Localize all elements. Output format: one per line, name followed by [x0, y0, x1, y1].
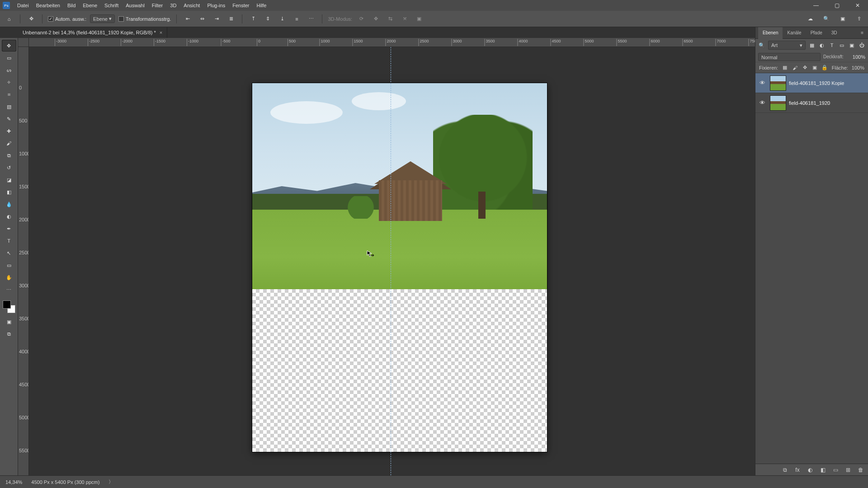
eyedropper-tool[interactable]: ✎: [2, 113, 16, 125]
home-button[interactable]: ⌂: [4, 14, 14, 24]
type-tool[interactable]: T: [2, 235, 16, 247]
panel-menu-button[interactable]: ≡: [856, 27, 868, 39]
clone-stamp-tool[interactable]: ⧉: [2, 150, 16, 161]
filter-smart-icon[interactable]: ▣: [848, 42, 855, 49]
layer-visibility-toggle[interactable]: 👁: [757, 99, 767, 106]
window-close-button[interactable]: ✕: [847, 0, 868, 11]
adjustment-layer-button[interactable]: ◧: [819, 466, 826, 474]
align-hcenter-button[interactable]: ⇔: [197, 14, 208, 24]
panel-tab-kanaele[interactable]: Kanäle: [783, 27, 806, 39]
filter-type-icon[interactable]: T: [828, 42, 835, 49]
menu-bearbeiten[interactable]: Bearbeiten: [33, 0, 64, 11]
delete-layer-button[interactable]: 🗑: [857, 466, 864, 474]
blend-mode-dropdown[interactable]: Normal: [758, 53, 821, 61]
blur-tool[interactable]: 💧: [2, 198, 16, 210]
lock-all-button[interactable]: 🔒: [821, 65, 828, 71]
path-select-tool[interactable]: ↖: [2, 247, 16, 259]
close-tab-icon[interactable]: ×: [160, 30, 162, 35]
lock-pixels-button[interactable]: 🖌: [792, 65, 798, 71]
menu-filter[interactable]: Filter: [148, 0, 166, 11]
panel-tab-ebenen[interactable]: Ebenen: [758, 27, 783, 39]
filter-toggle-icon[interactable]: ⏻: [858, 42, 865, 49]
new-layer-button[interactable]: ⊞: [844, 466, 852, 474]
history-brush-tool[interactable]: ↺: [2, 162, 16, 174]
crop-tool[interactable]: ⌗: [2, 89, 16, 100]
panel-tab-pfade[interactable]: Pfade: [806, 27, 827, 39]
hand-tool[interactable]: ✋: [2, 272, 16, 283]
canvas-viewport[interactable]: [29, 47, 755, 475]
align-left-button[interactable]: ⇤: [182, 14, 193, 24]
frame-tool[interactable]: ▧: [2, 101, 16, 113]
status-more-icon[interactable]: 〉: [108, 479, 113, 485]
auto-select-target-dropdown[interactable]: Ebene ▾: [90, 14, 115, 23]
move-tool[interactable]: ✥: [2, 40, 16, 52]
layer-thumbnail[interactable]: [770, 75, 786, 91]
filter-adjust-icon[interactable]: ◐: [818, 42, 826, 49]
search-button[interactable]: 🔍: [821, 14, 832, 24]
layer-visibility-toggle[interactable]: 👁: [757, 80, 767, 86]
transform-controls-checkbox[interactable]: Transformationsstrg.: [118, 16, 171, 22]
brush-tool[interactable]: 🖌: [2, 137, 16, 149]
color-swatches[interactable]: [3, 300, 15, 313]
shape-tool[interactable]: ▭: [2, 259, 16, 271]
menu-3d[interactable]: 3D: [166, 0, 180, 11]
menu-hilfe[interactable]: Hilfe: [253, 0, 270, 11]
menu-fenster[interactable]: Fenster: [229, 0, 253, 11]
cloud-docs-button[interactable]: ☁: [805, 14, 816, 24]
status-zoom[interactable]: 14,34%: [5, 479, 22, 485]
quickmask-button[interactable]: ▣: [2, 316, 16, 328]
layer-mask-button[interactable]: ◐: [807, 466, 814, 474]
layer-name[interactable]: field-406181_1920: [789, 100, 830, 106]
foreground-color-swatch[interactable]: [3, 300, 11, 309]
menu-datei[interactable]: Datei: [14, 0, 33, 11]
lock-transparency-button[interactable]: ▦: [782, 65, 788, 71]
workspace-button[interactable]: ▣: [837, 14, 848, 24]
layer-fx-button[interactable]: fx: [794, 466, 801, 474]
menu-bild[interactable]: Bild: [64, 0, 79, 11]
align-top-button[interactable]: ⤒: [248, 14, 259, 24]
marquee-tool[interactable]: ▭: [2, 52, 16, 64]
layer-thumbnail[interactable]: [770, 95, 786, 111]
filter-shape-icon[interactable]: ▭: [838, 42, 845, 49]
vertical-ruler[interactable]: 0 500 1000 1500 2000 2500 3000 3500 4000…: [18, 47, 29, 475]
document-canvas[interactable]: [252, 83, 547, 452]
link-layers-button[interactable]: ⧉: [781, 466, 788, 474]
pen-tool[interactable]: ✒: [2, 223, 16, 235]
lock-artboard-button[interactable]: ▣: [811, 65, 818, 71]
filter-pixel-icon[interactable]: ▦: [808, 42, 816, 49]
auto-select-checkbox[interactable]: Autom. ausw.:: [48, 16, 86, 22]
status-docinfo[interactable]: 4500 Px x 5400 Px (300 ppcm): [31, 479, 99, 485]
horizontal-ruler[interactable]: -3000 -2500 -2000 -1500 -1000 -500 0 500…: [29, 38, 755, 47]
layer-row[interactable]: 👁 field-406181_1920 Kopie: [755, 73, 868, 93]
lasso-tool[interactable]: ᔕ: [2, 64, 16, 76]
panel-tab-3d[interactable]: 3D: [827, 27, 842, 39]
menu-ansicht[interactable]: Ansicht: [180, 0, 203, 11]
menu-schrift[interactable]: Schrift: [101, 0, 122, 11]
align-vcenter-button[interactable]: ⇕: [262, 14, 273, 24]
layer-filter-type-dropdown[interactable]: Art ▾: [768, 41, 806, 50]
window-maximize-button[interactable]: ▢: [826, 0, 847, 11]
menu-plugins[interactable]: Plug-ins: [203, 0, 229, 11]
window-minimize-button[interactable]: —: [806, 0, 826, 11]
document-tab[interactable]: Unbenannt-2 bei 14,3% (field-406181_1920…: [18, 27, 167, 38]
fill-value-input[interactable]: 100%: [852, 65, 864, 70]
more-align-button[interactable]: ⋯: [306, 14, 316, 24]
layer-name[interactable]: field-406181_1920 Kopie: [789, 80, 844, 86]
menu-auswahl[interactable]: Auswahl: [122, 0, 148, 11]
eraser-tool[interactable]: ◪: [2, 174, 16, 186]
opacity-value-input[interactable]: 100%: [846, 54, 865, 60]
lock-position-button[interactable]: ✥: [802, 65, 808, 71]
dodge-tool[interactable]: ◐: [2, 211, 16, 222]
ruler-origin[interactable]: [18, 38, 29, 47]
align-bottom-button[interactable]: ⤓: [277, 14, 288, 24]
layer-row[interactable]: 👁 field-406181_1920: [755, 93, 868, 113]
healing-brush-tool[interactable]: ✚: [2, 125, 16, 137]
align-right-button[interactable]: ⇥: [211, 14, 222, 24]
edit-toolbar-button[interactable]: ⋯: [2, 284, 16, 296]
group-layers-button[interactable]: ▭: [832, 466, 839, 474]
menu-ebene[interactable]: Ebene: [79, 0, 101, 11]
distribute-h-button[interactable]: ≣: [226, 14, 236, 24]
distribute-v-button[interactable]: ≡: [291, 14, 302, 24]
screenmode-button[interactable]: ⧉: [2, 328, 16, 340]
share-button[interactable]: ⇪: [854, 14, 864, 24]
